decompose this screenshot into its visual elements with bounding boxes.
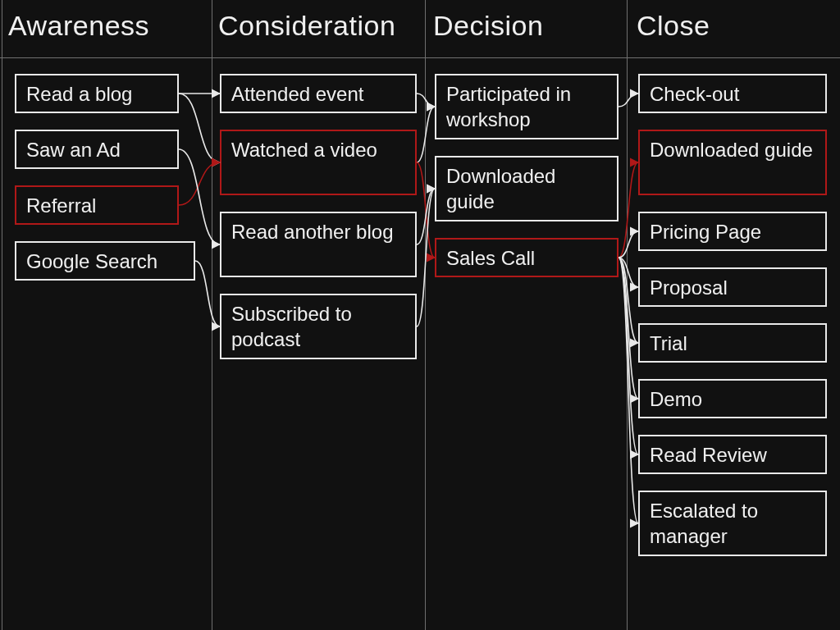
column-rule-0 [2,0,2,630]
connector [179,94,220,162]
card-read-a-blog[interactable]: Read a blog [15,74,179,113]
card-watched-a-video[interactable]: Watched a video [220,130,417,195]
connector [417,94,435,107]
connector [619,258,638,287]
card-downloaded-guide[interactable]: Downloaded guide [435,156,619,221]
card-referral[interactable]: Referral [15,185,179,225]
card-label: Google Search [26,250,158,272]
card-label: Trial [650,332,687,354]
card-read-another-blog[interactable]: Read another blog [220,212,417,277]
card-label: Escalated to manager [650,500,758,547]
column-header-decision: Decision [433,10,543,42]
card-google-search[interactable]: Google Search [15,241,195,281]
connector [179,162,220,205]
card-label: Saw an Ad [26,139,121,161]
card-label: Downloaded guide [446,165,555,212]
connector [417,107,435,162]
connector [179,149,220,244]
card-participated-in-workshop[interactable]: Participated in workshop [435,74,619,139]
card-label: Referral [26,194,96,217]
card-label: Demo [650,388,702,410]
card-sales-call[interactable]: Sales Call [435,238,619,277]
connector [195,261,220,326]
card-check-out[interactable]: Check-out [638,74,827,113]
connector [619,94,638,107]
card-label: Read Review [650,444,767,466]
column-rule-1 [212,0,212,630]
connector [619,258,638,343]
connector [417,189,435,326]
card-label: Watched a video [231,139,377,161]
card-pricing-page[interactable]: Pricing Page [638,212,827,251]
card-label: Read a blog [26,83,132,105]
card-label: Pricing Page [650,221,761,243]
card-subscribed-to-podcast[interactable]: Subscribed to podcast [220,294,417,359]
connector [619,258,638,523]
card-label: Participated in workshop [446,83,571,130]
card-label: Sales Call [446,247,535,269]
column-header-close: Close [637,10,710,42]
connector [619,258,638,399]
connector [417,189,435,244]
card-downloaded-guide-2[interactable]: Downloaded guide [638,130,827,195]
connector [417,162,435,258]
connector [619,231,638,258]
connector [619,162,638,258]
card-label: Check-out [650,83,739,105]
card-read-review[interactable]: Read Review [638,435,827,474]
card-label: Subscribed to podcast [231,303,352,350]
column-header-consideration: Consideration [218,10,395,42]
card-trial[interactable]: Trial [638,323,827,363]
card-attended-event[interactable]: Attended event [220,74,417,113]
card-demo[interactable]: Demo [638,379,827,418]
column-rule-3 [627,0,628,630]
card-label: Attended event [231,83,363,105]
header-rule [0,57,840,58]
column-header-awareness: Awareness [8,10,149,42]
card-saw-an-ad[interactable]: Saw an Ad [15,130,179,169]
card-label: Downloaded guide [650,139,813,161]
journey-diagram: Awareness Consideration Decision Close R… [0,0,840,630]
connector [619,258,638,454]
card-escalated-to-manager[interactable]: Escalated to manager [638,491,827,556]
card-proposal[interactable]: Proposal [638,267,827,307]
card-label: Proposal [650,276,728,299]
card-label: Read another blog [231,221,393,243]
column-rule-2 [425,0,426,630]
